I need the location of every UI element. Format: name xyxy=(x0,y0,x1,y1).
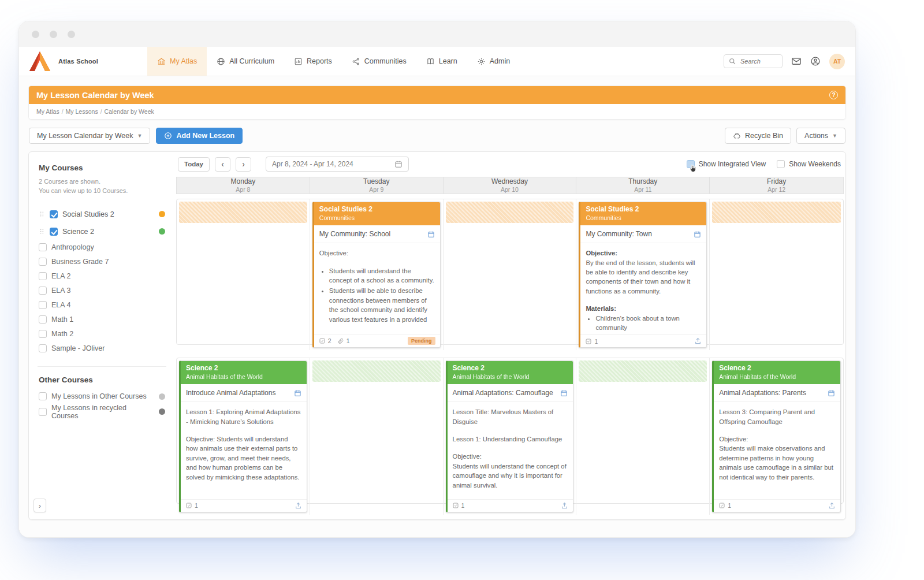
day-slot-wednesday[interactable] xyxy=(444,199,577,350)
actions-button[interactable]: Actions ▼ xyxy=(796,128,845,144)
course-item-ela-2[interactable]: ELA 2 xyxy=(39,269,165,284)
empty-lesson-slot[interactable] xyxy=(312,360,441,382)
window-control-dot[interactable] xyxy=(68,31,75,38)
empty-lesson-slot[interactable] xyxy=(579,360,707,382)
course-item-my-lessons-in-recycled-courses[interactable]: My Lessons in recycled Courses xyxy=(39,404,165,420)
nav-item-my-atlas[interactable]: My Atlas xyxy=(147,47,207,76)
share-icon[interactable] xyxy=(561,502,568,510)
calendar-icon[interactable] xyxy=(560,389,568,397)
course-checkbox[interactable] xyxy=(39,258,47,266)
course-checkbox[interactable] xyxy=(39,315,47,324)
course-label: Science 2 xyxy=(62,228,94,236)
day-slot-wednesday[interactable]: Science 2 Animal Habitats of the World A… xyxy=(444,358,577,515)
courses-sidebar: My Courses 2 Courses are shown. You can … xyxy=(29,152,175,519)
other-courses-title: Other Courses xyxy=(39,375,165,384)
share-icon[interactable] xyxy=(295,502,302,510)
course-label: My Lessons in recycled Courses xyxy=(51,404,154,420)
brand-name: Atlas School xyxy=(58,58,98,65)
drag-handle-icon[interactable] xyxy=(39,228,45,235)
lesson-card-animal-adaptations-camouflage[interactable]: Science 2 Animal Habitats of the World A… xyxy=(446,360,574,512)
next-week-button[interactable]: › xyxy=(236,157,251,172)
course-checkbox[interactable] xyxy=(39,344,47,352)
nav-item-learn[interactable]: Learn xyxy=(416,47,467,76)
search-box[interactable] xyxy=(724,54,783,68)
course-checkbox[interactable] xyxy=(39,408,47,416)
page-help-icon[interactable]: ? xyxy=(829,91,838,99)
course-item-ela-4[interactable]: ELA 4 xyxy=(39,298,165,313)
day-slot-tuesday[interactable] xyxy=(310,358,444,515)
card-body: Lesson Title: Marvelous Masters of Disgu… xyxy=(448,402,573,499)
breadcrumb-item[interactable]: My Lessons xyxy=(66,108,98,115)
calendar-icon[interactable] xyxy=(294,389,301,397)
empty-lesson-slot[interactable] xyxy=(446,202,574,223)
prev-week-button[interactable]: ‹ xyxy=(215,157,230,172)
show-integrated-view-toggle[interactable]: Show Integrated View xyxy=(687,160,766,168)
show-weekends-toggle[interactable]: Show Weekends xyxy=(777,160,841,168)
calendar-icon[interactable] xyxy=(694,230,701,238)
share-icon[interactable] xyxy=(694,337,702,345)
help-icon[interactable] xyxy=(810,56,821,66)
course-checkbox[interactable] xyxy=(39,330,47,338)
window-control-dot[interactable] xyxy=(32,31,39,38)
course-item-business-grade-7[interactable]: Business Grade 7 xyxy=(39,255,165,269)
nav-item-all-curriculum[interactable]: All Curriculum xyxy=(207,47,284,76)
mail-icon[interactable] xyxy=(791,56,802,66)
lesson-card-animal-adaptations-parents[interactable]: Science 2 Animal Habitats of the World A… xyxy=(712,360,841,512)
course-checkbox[interactable] xyxy=(39,272,47,280)
course-checkbox[interactable] xyxy=(50,210,58,218)
nav-item-label: My Atlas xyxy=(170,57,197,65)
breadcrumb-item[interactable]: Calendar by Week xyxy=(105,108,154,115)
view-dropdown[interactable]: My Lesson Calendar by Week ▼ xyxy=(29,128,150,144)
card-footer: 1 xyxy=(714,499,840,512)
search-input[interactable] xyxy=(739,57,777,65)
date-range-picker[interactable]: Apr 8, 2024 - Apr 14, 2024 xyxy=(266,157,409,172)
course-label: Business Grade 7 xyxy=(51,258,109,266)
sidebar-expand-button[interactable]: › xyxy=(33,499,46,512)
toolbar-right: Recycle Bin Actions ▼ xyxy=(725,128,845,144)
window-control-dot[interactable] xyxy=(50,31,57,38)
course-checkbox[interactable] xyxy=(39,392,47,400)
course-item-anthropology[interactable]: Anthropology xyxy=(39,240,165,255)
course-checkbox[interactable] xyxy=(39,287,47,295)
breadcrumb-item[interactable]: My Atlas xyxy=(36,108,59,115)
course-item-my-lessons-in-other-courses[interactable]: My Lessons in Other Courses xyxy=(39,389,165,404)
show-integrated-view-checkbox[interactable] xyxy=(687,160,695,168)
recycle-bin-button[interactable]: Recycle Bin xyxy=(725,128,791,144)
day-slot-friday[interactable] xyxy=(710,199,843,350)
empty-lesson-slot[interactable] xyxy=(712,202,841,223)
course-checkbox[interactable] xyxy=(39,301,47,309)
course-item-ela-3[interactable]: ELA 3 xyxy=(39,284,165,298)
course-item-math-2[interactable]: Math 2 xyxy=(39,327,165,341)
day-slot-tuesday[interactable]: Social Studies 2 Communities My Communit… xyxy=(310,199,444,350)
add-new-lesson-button[interactable]: Add New Lesson xyxy=(156,128,243,144)
day-slot-friday[interactable]: Science 2 Animal Habitats of the World A… xyxy=(710,358,843,515)
day-slot-thursday[interactable] xyxy=(576,358,710,515)
day-slot-monday[interactable] xyxy=(177,199,310,350)
chart-icon xyxy=(294,57,303,66)
lesson-card-introduce-animal-adaptations[interactable]: Science 2 Animal Habitats of the World I… xyxy=(179,360,307,512)
share-icon[interactable] xyxy=(828,502,836,510)
lesson-card-my-community-school[interactable]: Social Studies 2 Communities My Communit… xyxy=(312,202,441,348)
course-item-science-2[interactable]: Science 2 xyxy=(39,223,165,240)
empty-lesson-slot[interactable] xyxy=(179,202,307,223)
brand[interactable]: Atlas School xyxy=(28,47,147,76)
drag-handle-icon[interactable] xyxy=(39,210,45,218)
show-weekends-checkbox[interactable] xyxy=(777,160,785,168)
calendar-icon[interactable] xyxy=(828,389,835,397)
course-item-math-1[interactable]: Math 1 xyxy=(39,313,165,327)
avatar[interactable]: AT xyxy=(829,54,845,69)
course-item-social-studies-2[interactable]: Social Studies 2 xyxy=(39,206,165,223)
nav-item-reports[interactable]: Reports xyxy=(284,47,342,76)
lesson-card-my-community-town[interactable]: Social Studies 2 Communities My Communit… xyxy=(579,202,707,348)
calendar-icon[interactable] xyxy=(427,230,435,238)
nav-item-communities[interactable]: Communities xyxy=(342,47,416,76)
today-button[interactable]: Today xyxy=(178,157,210,172)
nav-item-admin[interactable]: Admin xyxy=(467,47,520,76)
day-slot-thursday[interactable]: Social Studies 2 Communities My Communit… xyxy=(576,199,710,350)
course-checkbox[interactable] xyxy=(39,243,47,251)
actions-label: Actions xyxy=(804,132,828,140)
checklist-count: 1 xyxy=(452,502,465,509)
day-slot-monday[interactable]: Science 2 Animal Habitats of the World I… xyxy=(177,358,310,515)
course-item-sample-joliver[interactable]: Sample - JOliver xyxy=(39,341,165,356)
course-checkbox[interactable] xyxy=(50,228,58,236)
